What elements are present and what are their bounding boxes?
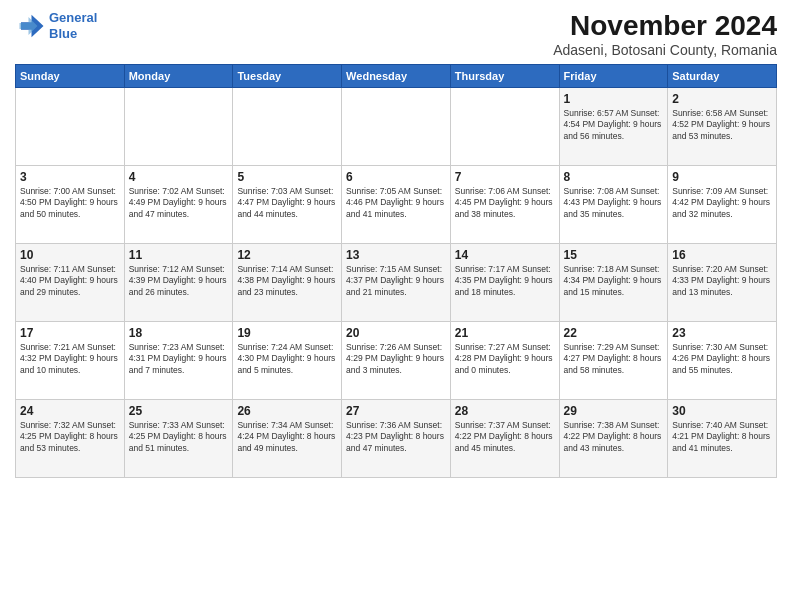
- calendar-cell: 3Sunrise: 7:00 AM Sunset: 4:50 PM Daylig…: [16, 166, 125, 244]
- calendar-cell: 11Sunrise: 7:12 AM Sunset: 4:39 PM Dayli…: [124, 244, 233, 322]
- calendar-cell: 25Sunrise: 7:33 AM Sunset: 4:25 PM Dayli…: [124, 400, 233, 478]
- day-info: Sunrise: 7:03 AM Sunset: 4:47 PM Dayligh…: [237, 186, 337, 220]
- calendar-cell: 23Sunrise: 7:30 AM Sunset: 4:26 PM Dayli…: [668, 322, 777, 400]
- logo-general: General: [49, 10, 97, 25]
- day-info: Sunrise: 7:09 AM Sunset: 4:42 PM Dayligh…: [672, 186, 772, 220]
- day-info: Sunrise: 7:14 AM Sunset: 4:38 PM Dayligh…: [237, 264, 337, 298]
- title-block: November 2024 Adaseni, Botosani County, …: [553, 10, 777, 58]
- calendar-cell: 9Sunrise: 7:09 AM Sunset: 4:42 PM Daylig…: [668, 166, 777, 244]
- day-number: 26: [237, 404, 337, 418]
- calendar-cell: 20Sunrise: 7:26 AM Sunset: 4:29 PM Dayli…: [342, 322, 451, 400]
- day-number: 10: [20, 248, 120, 262]
- day-number: 7: [455, 170, 555, 184]
- col-thursday: Thursday: [450, 65, 559, 88]
- day-info: Sunrise: 7:29 AM Sunset: 4:27 PM Dayligh…: [564, 342, 664, 376]
- day-number: 29: [564, 404, 664, 418]
- calendar-cell: 24Sunrise: 7:32 AM Sunset: 4:25 PM Dayli…: [16, 400, 125, 478]
- calendar-cell: 21Sunrise: 7:27 AM Sunset: 4:28 PM Dayli…: [450, 322, 559, 400]
- col-friday: Friday: [559, 65, 668, 88]
- header: General Blue November 2024 Adaseni, Boto…: [15, 10, 777, 58]
- day-number: 9: [672, 170, 772, 184]
- subtitle: Adaseni, Botosani County, Romania: [553, 42, 777, 58]
- calendar-cell: 4Sunrise: 7:02 AM Sunset: 4:49 PM Daylig…: [124, 166, 233, 244]
- col-saturday: Saturday: [668, 65, 777, 88]
- day-info: Sunrise: 6:58 AM Sunset: 4:52 PM Dayligh…: [672, 108, 772, 142]
- day-number: 25: [129, 404, 229, 418]
- week-row-4: 24Sunrise: 7:32 AM Sunset: 4:25 PM Dayli…: [16, 400, 777, 478]
- calendar-cell: 8Sunrise: 7:08 AM Sunset: 4:43 PM Daylig…: [559, 166, 668, 244]
- calendar-cell: [233, 88, 342, 166]
- day-number: 15: [564, 248, 664, 262]
- calendar-cell: 1Sunrise: 6:57 AM Sunset: 4:54 PM Daylig…: [559, 88, 668, 166]
- day-info: Sunrise: 7:33 AM Sunset: 4:25 PM Dayligh…: [129, 420, 229, 454]
- col-monday: Monday: [124, 65, 233, 88]
- day-info: Sunrise: 7:32 AM Sunset: 4:25 PM Dayligh…: [20, 420, 120, 454]
- calendar-cell: 19Sunrise: 7:24 AM Sunset: 4:30 PM Dayli…: [233, 322, 342, 400]
- day-number: 24: [20, 404, 120, 418]
- calendar-cell: 26Sunrise: 7:34 AM Sunset: 4:24 PM Dayli…: [233, 400, 342, 478]
- calendar-cell: 10Sunrise: 7:11 AM Sunset: 4:40 PM Dayli…: [16, 244, 125, 322]
- day-number: 2: [672, 92, 772, 106]
- day-info: Sunrise: 7:17 AM Sunset: 4:35 PM Dayligh…: [455, 264, 555, 298]
- calendar-cell: 18Sunrise: 7:23 AM Sunset: 4:31 PM Dayli…: [124, 322, 233, 400]
- calendar-cell: 15Sunrise: 7:18 AM Sunset: 4:34 PM Dayli…: [559, 244, 668, 322]
- day-number: 19: [237, 326, 337, 340]
- day-number: 17: [20, 326, 120, 340]
- day-number: 5: [237, 170, 337, 184]
- page-container: General Blue November 2024 Adaseni, Boto…: [0, 0, 792, 488]
- calendar-cell: 6Sunrise: 7:05 AM Sunset: 4:46 PM Daylig…: [342, 166, 451, 244]
- day-info: Sunrise: 7:00 AM Sunset: 4:50 PM Dayligh…: [20, 186, 120, 220]
- logo-icon: [15, 11, 45, 41]
- week-row-0: 1Sunrise: 6:57 AM Sunset: 4:54 PM Daylig…: [16, 88, 777, 166]
- calendar-cell: 2Sunrise: 6:58 AM Sunset: 4:52 PM Daylig…: [668, 88, 777, 166]
- main-title: November 2024: [553, 10, 777, 42]
- calendar-cell: 16Sunrise: 7:20 AM Sunset: 4:33 PM Dayli…: [668, 244, 777, 322]
- day-number: 28: [455, 404, 555, 418]
- day-info: Sunrise: 7:18 AM Sunset: 4:34 PM Dayligh…: [564, 264, 664, 298]
- day-info: Sunrise: 7:02 AM Sunset: 4:49 PM Dayligh…: [129, 186, 229, 220]
- day-info: Sunrise: 7:37 AM Sunset: 4:22 PM Dayligh…: [455, 420, 555, 454]
- calendar-cell: 7Sunrise: 7:06 AM Sunset: 4:45 PM Daylig…: [450, 166, 559, 244]
- day-number: 11: [129, 248, 229, 262]
- day-info: Sunrise: 7:38 AM Sunset: 4:22 PM Dayligh…: [564, 420, 664, 454]
- day-number: 8: [564, 170, 664, 184]
- col-tuesday: Tuesday: [233, 65, 342, 88]
- day-info: Sunrise: 7:08 AM Sunset: 4:43 PM Dayligh…: [564, 186, 664, 220]
- logo-blue: Blue: [49, 26, 77, 41]
- calendar-cell: 30Sunrise: 7:40 AM Sunset: 4:21 PM Dayli…: [668, 400, 777, 478]
- logo: General Blue: [15, 10, 97, 41]
- day-info: Sunrise: 7:26 AM Sunset: 4:29 PM Dayligh…: [346, 342, 446, 376]
- calendar-cell: 27Sunrise: 7:36 AM Sunset: 4:23 PM Dayli…: [342, 400, 451, 478]
- day-info: Sunrise: 7:27 AM Sunset: 4:28 PM Dayligh…: [455, 342, 555, 376]
- day-info: Sunrise: 7:24 AM Sunset: 4:30 PM Dayligh…: [237, 342, 337, 376]
- calendar-cell: 17Sunrise: 7:21 AM Sunset: 4:32 PM Dayli…: [16, 322, 125, 400]
- day-info: Sunrise: 7:12 AM Sunset: 4:39 PM Dayligh…: [129, 264, 229, 298]
- day-number: 23: [672, 326, 772, 340]
- day-number: 4: [129, 170, 229, 184]
- day-info: Sunrise: 7:05 AM Sunset: 4:46 PM Dayligh…: [346, 186, 446, 220]
- calendar-cell: [16, 88, 125, 166]
- day-info: Sunrise: 7:20 AM Sunset: 4:33 PM Dayligh…: [672, 264, 772, 298]
- calendar-cell: [124, 88, 233, 166]
- logo-text: General Blue: [49, 10, 97, 41]
- day-number: 27: [346, 404, 446, 418]
- day-number: 3: [20, 170, 120, 184]
- day-info: Sunrise: 7:21 AM Sunset: 4:32 PM Dayligh…: [20, 342, 120, 376]
- calendar-cell: 28Sunrise: 7:37 AM Sunset: 4:22 PM Dayli…: [450, 400, 559, 478]
- calendar-header: Sunday Monday Tuesday Wednesday Thursday…: [16, 65, 777, 88]
- calendar-cell: [342, 88, 451, 166]
- calendar-cell: 5Sunrise: 7:03 AM Sunset: 4:47 PM Daylig…: [233, 166, 342, 244]
- day-number: 20: [346, 326, 446, 340]
- day-info: Sunrise: 7:15 AM Sunset: 4:37 PM Dayligh…: [346, 264, 446, 298]
- day-number: 30: [672, 404, 772, 418]
- calendar-table: Sunday Monday Tuesday Wednesday Thursday…: [15, 64, 777, 478]
- day-number: 16: [672, 248, 772, 262]
- day-number: 6: [346, 170, 446, 184]
- col-wednesday: Wednesday: [342, 65, 451, 88]
- week-row-1: 3Sunrise: 7:00 AM Sunset: 4:50 PM Daylig…: [16, 166, 777, 244]
- col-sunday: Sunday: [16, 65, 125, 88]
- day-info: Sunrise: 7:11 AM Sunset: 4:40 PM Dayligh…: [20, 264, 120, 298]
- calendar-body: 1Sunrise: 6:57 AM Sunset: 4:54 PM Daylig…: [16, 88, 777, 478]
- calendar-cell: 12Sunrise: 7:14 AM Sunset: 4:38 PM Dayli…: [233, 244, 342, 322]
- day-number: 1: [564, 92, 664, 106]
